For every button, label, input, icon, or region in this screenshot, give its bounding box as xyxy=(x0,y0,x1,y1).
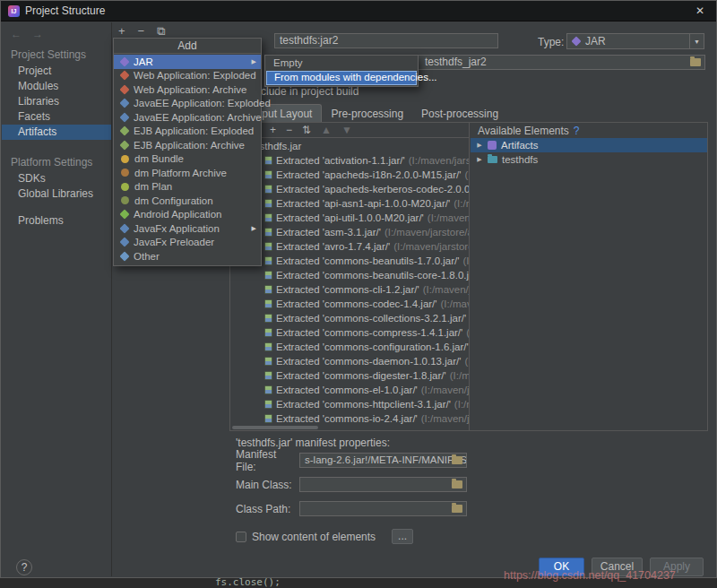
help-button[interactable]: ? xyxy=(16,559,32,575)
menu-item-label: JavaEE Application: Exploded xyxy=(134,98,271,108)
show-content-checkbox[interactable] xyxy=(236,532,246,542)
project-structure-dialog: IJ Project Structure ✕ ← → Project Setti… xyxy=(0,0,717,578)
available-item-artifacts[interactable]: ▶Artifacts xyxy=(471,138,707,152)
sidebar-item-facets[interactable]: Facets xyxy=(2,109,111,125)
menu-item-javafx-application[interactable]: JavaFx Application▶ xyxy=(114,221,261,236)
titlebar: IJ Project Structure ✕ xyxy=(1,1,716,22)
jar-entry-row[interactable]: Extracted 'commons-el-1.0.jar/'(I:/maven… xyxy=(230,383,469,397)
menu-item-android-application[interactable]: Android Application xyxy=(114,208,261,222)
jar-entry-label: Extracted 'api-util-1.0.0-M20.jar/' xyxy=(276,212,424,223)
jar-entry-path: (I:/maven/ja xyxy=(462,255,469,266)
jar-entry-label: Extracted 'commons-beanutils-1.7.0.jar/' xyxy=(276,255,459,266)
close-icon[interactable]: ✕ xyxy=(691,4,709,17)
jar-entry-row[interactable]: Extracted 'commons-codec-1.4.jar/'(I:/ma… xyxy=(230,297,469,311)
menu-item-label: JavaEE Application: Archive xyxy=(134,112,262,123)
jar-entry-row[interactable]: Extracted 'avro-1.7.4.jar/'(I:/maven/jar… xyxy=(230,239,469,254)
jar-entry-row[interactable]: Extracted 'commons-digester-1.8.jar/'(I:… xyxy=(230,368,469,383)
ejb-archive-icon xyxy=(119,140,129,150)
available-item-testhdfs[interactable]: ▶testhdfs xyxy=(471,152,707,167)
help-link[interactable]: ? xyxy=(574,125,580,137)
jar-entry-row[interactable]: Extracted 'commons-compress-1.4.1.jar/'(… xyxy=(230,325,469,340)
class-path-input[interactable] xyxy=(299,501,467,516)
tab-post-processing[interactable]: Post-processing xyxy=(412,105,507,122)
remove-element-icon[interactable]: − xyxy=(286,124,292,136)
menu-item-dm-bundle[interactable]: dm Bundle xyxy=(114,152,261,167)
jar-entry-row[interactable]: Extracted 'commons-configuration-1.6.jar… xyxy=(230,340,469,354)
menu-item-ejb-application-exploded[interactable]: EJB Application: Exploded xyxy=(114,125,261,139)
main-class-input[interactable] xyxy=(299,477,467,492)
menu-item-label: EJB Application: Archive xyxy=(134,140,245,151)
tabs: Output LayoutPre-processingPost-processi… xyxy=(235,103,507,122)
sidebar-item-global-libraries[interactable]: Global Libraries xyxy=(2,186,111,202)
sidebar-item-sdks[interactable]: SDKs xyxy=(2,171,111,186)
javafx-icon xyxy=(119,223,129,233)
forward-icon[interactable]: → xyxy=(32,28,43,40)
extracted-jar-icon xyxy=(264,228,272,237)
jar-entry-row[interactable]: Extracted 'apacheds-kerberos-codec-2.0.0… xyxy=(230,182,469,196)
extracted-jar-icon xyxy=(264,314,272,323)
sort-elements-icon[interactable]: ⇅ xyxy=(302,124,311,136)
menu-item-dm-configuration[interactable]: dm Configuration xyxy=(114,194,261,208)
browse-folder-icon[interactable] xyxy=(452,505,462,513)
jar-entry-row[interactable]: Extracted 'commons-beanutils-1.7.0.jar/'… xyxy=(230,254,469,268)
submenu-item-from-modules-with-dependencies[interactable]: From modules with dependencies... xyxy=(266,71,417,85)
move-down-icon[interactable]: ▼ xyxy=(341,124,352,136)
menu-item-web-application-archive[interactable]: Web Application: Archive xyxy=(114,82,261,97)
menu-item-javafx-preloader[interactable]: JavaFx Preloader xyxy=(114,236,261,250)
horizontal-scrollbar[interactable] xyxy=(232,426,318,429)
artifact-name-input[interactable]: testhdfs:jar2 xyxy=(274,33,498,48)
copy-artifact-icon[interactable]: ⧉ xyxy=(157,24,165,39)
jar-entry-row[interactable]: Extracted 'commons-io-2.4.jar/'(I:/maven… xyxy=(230,411,469,425)
sidebar-item-problems[interactable]: Problems xyxy=(2,213,111,229)
remove-artifact-icon[interactable]: − xyxy=(138,24,145,39)
chevron-down-icon[interactable]: ▼ xyxy=(689,34,704,48)
available-elements-pane: Available Elements ? ▶Artifacts▶testhdfs xyxy=(471,123,707,430)
add-artifact-icon[interactable]: + xyxy=(118,24,125,39)
sidebar-item-modules[interactable]: Modules xyxy=(2,79,111,94)
extracted-jar-icon xyxy=(264,199,272,208)
browse-folder-icon[interactable] xyxy=(452,456,462,464)
sidebar-item-libraries[interactable]: Libraries xyxy=(2,94,111,109)
jar-entry-row[interactable]: Extracted 'apacheds-i18n-2.0.0-M15.jar/'… xyxy=(230,168,469,182)
jar-entry-row[interactable]: Extracted 'commons-cli-1.2.jar/'(I:/mave… xyxy=(230,282,469,297)
jar-root-row[interactable]: testhdfs.jar xyxy=(230,139,469,153)
move-up-icon[interactable]: ▲ xyxy=(321,124,332,136)
jar-entry-row[interactable]: Extracted 'commons-httpclient-3.1.jar/'(… xyxy=(230,397,469,411)
menu-item-jar[interactable]: JAR▶ xyxy=(114,55,261,69)
jar-entry-row[interactable]: Extracted 'activation-1.1.jar/'(I:/maven… xyxy=(230,153,469,168)
tab-pre-processing[interactable]: Pre-processing xyxy=(322,105,412,122)
available-elements-title: Available Elements xyxy=(478,125,569,137)
menu-item-javaee-application-archive[interactable]: JavaEE Application: Archive xyxy=(114,110,261,125)
sidebar-item-artifacts[interactable]: Artifacts xyxy=(2,125,111,140)
jar-entry-path: (I:/maven/jarstore/asm/asm/3 xyxy=(384,227,469,238)
extracted-jar-icon xyxy=(264,371,272,380)
dm-plan-icon xyxy=(121,183,129,191)
menu-item-other[interactable]: Other xyxy=(114,249,261,264)
jar-entry-row[interactable]: Extracted 'api-asn1-api-1.0.0-M20.jar/'(… xyxy=(230,196,469,211)
collapsed-arrow-icon: ▶ xyxy=(476,142,483,149)
menu-item-dm-platform-archive[interactable]: dm Platform Archive xyxy=(114,166,261,180)
browse-folder-icon[interactable] xyxy=(690,58,701,66)
more-options-button[interactable]: ... xyxy=(392,529,413,544)
sidebar-section-title: Platform Settings xyxy=(2,151,111,171)
jar-entry-row[interactable]: Extracted 'asm-3.1.jar/'(I:/maven/jarsto… xyxy=(230,225,469,239)
jar-entry-row[interactable]: Extracted 'api-util-1.0.0-M20.jar/'(I:/m… xyxy=(230,211,469,225)
menu-item-ejb-application-archive[interactable]: EJB Application: Archive xyxy=(114,138,261,152)
menu-item-javaee-application-exploded[interactable]: JavaEE Application: Exploded xyxy=(114,97,261,111)
extracted-jar-icon xyxy=(264,271,272,280)
type-select[interactable]: JAR ▼ xyxy=(566,33,704,49)
jar-entry-row[interactable]: Extracted 'commons-collections-3.2.1.jar… xyxy=(230,311,469,325)
add-element-icon[interactable]: + xyxy=(270,124,276,136)
manifest-file-input[interactable]: s-lang-2.6.jar!/META-INF/MANIFEST.MF xyxy=(299,453,467,468)
browse-folder-icon[interactable] xyxy=(452,480,462,489)
layout-toolbar: + − ⇅ ▲ ▼ xyxy=(230,123,469,138)
back-icon[interactable]: ← xyxy=(11,28,22,40)
jar-entry-path: (I:/maven/jarstore/java xyxy=(409,155,469,166)
manifest-row-manifest-file: Manifest File:s-lang-2.6.jar!/META-INF/M… xyxy=(236,453,467,468)
sidebar-item-project[interactable]: Project xyxy=(2,64,111,79)
menu-item-dm-plan[interactable]: dm Plan xyxy=(114,180,261,195)
jar-entry-row[interactable]: Extracted 'commons-daemon-1.0.13.jar/'(I… xyxy=(230,354,469,368)
jar-entry-row[interactable]: Extracted 'commons-beanutils-core-1.8.0.… xyxy=(230,268,469,282)
menu-item-web-application-exploded[interactable]: Web Application: Exploded xyxy=(114,69,261,83)
submenu-item-empty[interactable]: Empty xyxy=(266,56,417,71)
